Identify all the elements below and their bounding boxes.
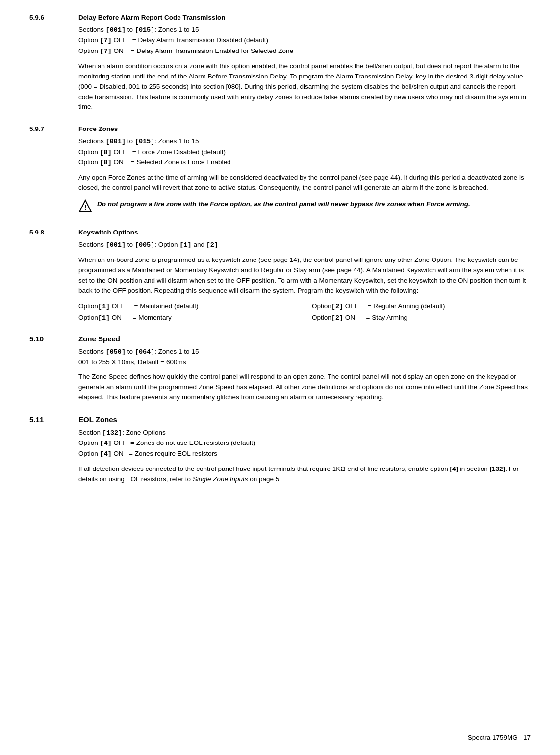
mono-8-on-597: [8] xyxy=(100,159,112,166)
svg-text:!: ! xyxy=(84,204,87,211)
opt1-off-598: Option [1] OFF = Maintained (default) xyxy=(78,301,297,312)
mono-1-off-label-598: [1] xyxy=(98,302,110,312)
section-596: 5.9.6 Delay Before Alarm Report Code Tra… xyxy=(29,14,531,114)
footer-page: 17 xyxy=(523,734,531,741)
opt1-on-598: Option [1] ON = Momentary xyxy=(78,313,297,324)
mono-001-596: [001] xyxy=(106,26,126,34)
section-511: 5.11 EOL Zones Section [132]: Zone Optio… xyxy=(29,416,531,487)
sections-line1-511: Section [132]: Zone Options xyxy=(78,428,531,438)
section-content-596: Delay Before Alarm Report Code Transmiss… xyxy=(78,14,531,114)
mono-015-596: [015] xyxy=(135,26,155,34)
mono-7-on-596: [7] xyxy=(100,48,112,55)
section-title-597: Force Zones xyxy=(78,125,531,132)
sections-range-598: Sections [001] to [005]: Option [1] and … xyxy=(78,240,531,250)
section-content-511: EOL Zones Section [132]: Zone Options Op… xyxy=(78,416,531,487)
section-number-511: 5.11 xyxy=(29,416,78,487)
section-header-598: Keyswitch Options xyxy=(78,229,531,236)
mono-001-597: [001] xyxy=(106,138,126,145)
footer-text: Spectra 1759MG xyxy=(468,734,518,741)
section-title-596: Delay Before Alarm Report Code Transmiss… xyxy=(78,14,531,21)
section-number-598: 5.9.8 xyxy=(29,229,78,324)
mono-2-598: [2] xyxy=(206,241,218,249)
mono-1-598: [1] xyxy=(179,241,191,249)
warning-text-597: Do not program a fire zone with the Forc… xyxy=(97,199,470,209)
warning-icon-597: ! xyxy=(78,199,92,213)
mono-064-510: [064] xyxy=(135,348,155,356)
body-510: The Zone Speed defines how quickly the c… xyxy=(78,372,531,403)
section-header-596: Delay Before Alarm Report Code Transmiss… xyxy=(78,14,531,21)
opt2-on-598: Option [2] ON = Stay Arming xyxy=(312,313,531,324)
section-title-510: Zone Speed xyxy=(78,335,531,343)
section-header-511: EOL Zones xyxy=(78,416,531,424)
mono-005-598: [005] xyxy=(135,241,155,249)
sections-line2-510: 001 to 255 X 10ms, Default = 600ms xyxy=(78,357,531,367)
mono-8-off-597: [8] xyxy=(100,149,112,156)
section-number-510: 5.10 xyxy=(29,335,78,405)
footer: Spectra 1759MG 17 xyxy=(468,734,531,741)
body-597: Any open Force Zones at the time of armi… xyxy=(78,173,531,193)
warning-box-597: ! Do not program a fire zone with the Fo… xyxy=(78,199,531,213)
section-header-597: Force Zones xyxy=(78,125,531,132)
section-header-510: Zone Speed xyxy=(78,335,531,343)
section-content-598: Keyswitch Options Sections [001] to [005… xyxy=(78,229,531,324)
sections-range-596: Sections [001] to [015]: Zones 1 to 15 xyxy=(78,25,531,35)
mono-2-off-label-598: [2] xyxy=(331,302,343,312)
mono-001-598: [001] xyxy=(106,241,126,249)
section-title-598: Keyswitch Options xyxy=(78,229,531,236)
section-510: 5.10 Zone Speed Sections [050] to [064]:… xyxy=(29,335,531,405)
mono-132-511: [132] xyxy=(102,429,123,437)
mono-7-off-596: [7] xyxy=(100,37,112,44)
body-511: If all detection devices connected to th… xyxy=(78,464,531,485)
mono-4-on-511: [4] xyxy=(100,450,112,458)
opt8-on-597: Option [8] ON = Selected Zone is Force E… xyxy=(78,157,531,168)
section-598: 5.9.8 Keyswitch Options Sections [001] t… xyxy=(29,229,531,324)
section-content-597: Force Zones Sections [001] to [015]: Zon… xyxy=(78,125,531,218)
mono-2-on-label-598: [2] xyxy=(331,313,343,324)
sections-range-597: Sections [001] to [015]: Zones 1 to 15 xyxy=(78,136,531,147)
mono-4-off-511: [4] xyxy=(100,440,112,447)
opt7-off-596: Option [7] OFF = Delay Alarm Transmissio… xyxy=(78,35,531,46)
opt2-off-598: Option [2] OFF = Regular Arming (default… xyxy=(312,301,531,312)
opt8-off-597: Option [8] OFF = Force Zone Disabled (de… xyxy=(78,147,531,157)
section-597: 5.9.7 Force Zones Sections [001] to [015… xyxy=(29,125,531,218)
section-content-510: Zone Speed Sections [050] to [064]: Zone… xyxy=(78,335,531,405)
mono-1-on-label-598: [1] xyxy=(98,313,110,324)
body-596: When an alarm condition occurs on a zone… xyxy=(78,61,531,113)
opt4-on-511: Option [4] ON = Zones require EOL resist… xyxy=(78,449,531,459)
sections-line1-510: Sections [050] to [064]: Zones 1 to 15 xyxy=(78,347,531,357)
section-title-511: EOL Zones xyxy=(78,416,531,424)
opt4-off-511: Option [4] OFF = Zones do not use EOL re… xyxy=(78,438,531,448)
page: 5.9.6 Delay Before Alarm Report Code Tra… xyxy=(0,0,560,755)
opt7-on-596: Option [7] ON = Delay Alarm Transmission… xyxy=(78,46,531,56)
options-table-598: Option [1] OFF = Maintained (default) Op… xyxy=(78,301,531,324)
mono-050-510: [050] xyxy=(106,348,126,356)
body-598: When an on-board zone is programmed as a… xyxy=(78,255,531,296)
mono-015-597: [015] xyxy=(135,138,155,145)
section-number-597: 5.9.7 xyxy=(29,125,78,218)
section-number-596: 5.9.6 xyxy=(29,14,78,114)
